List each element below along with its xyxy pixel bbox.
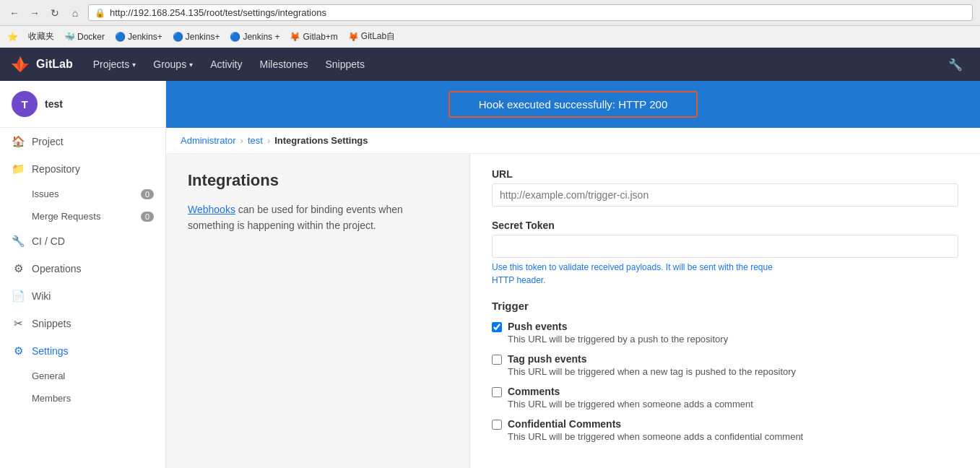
back-button[interactable]: ← [7, 6, 22, 20]
url-text: http://192.168.254.135/root/test/setting… [110, 7, 326, 18]
breadcrumb-test[interactable]: test [248, 135, 263, 146]
integrations-layout: Integrations Webhooks can be used for bi… [166, 154, 980, 468]
forward-button[interactable]: → [27, 6, 42, 20]
topnav-milestones[interactable]: Milestones [251, 48, 317, 81]
integrations-title: Integrations [188, 171, 448, 190]
comments-label[interactable]: Comments [492, 386, 958, 397]
sidebar-item-members[interactable]: Members [0, 387, 165, 410]
tag-push-events-title: Tag push events [508, 353, 586, 365]
confidential-comments-title: Confidential Comments [508, 418, 621, 430]
sidebar-item-merge-requests[interactable]: Merge Requests 0 [0, 205, 165, 228]
merge-requests-badge: 0 [141, 212, 154, 222]
bookmark-star-icon: ⭐ [7, 32, 18, 42]
comments-desc: This URL will be triggered when someone … [492, 399, 958, 410]
sidebar: T test 🏠 Project 📁 Repository Issues 0 M… [0, 81, 166, 468]
breadcrumb: Administrator › test › Integrations Sett… [166, 128, 980, 154]
topnav-wrench-icon[interactable]: 🔧 [941, 48, 970, 81]
gitlabm-icon: 🦊 [290, 32, 300, 42]
sidebar-item-cicd[interactable]: 🔧 CI / CD [0, 228, 165, 255]
confidential-comments-label[interactable]: Confidential Comments [492, 418, 958, 430]
topnav-snippets[interactable]: Snippets [316, 48, 373, 81]
project-icon: 🏠 [12, 135, 25, 148]
push-events-row: Push events This URL will be triggered b… [492, 321, 958, 344]
gitlab-logo-icon [10, 54, 30, 74]
sidebar-item-general[interactable]: General [0, 365, 165, 387]
jenkins2-icon: 🔵 [173, 32, 183, 42]
tag-push-events-label[interactable]: Tag push events [492, 353, 958, 365]
breadcrumb-current: Integrations Settings [274, 135, 368, 146]
sidebar-username: test [45, 98, 63, 110]
avatar: T [12, 91, 38, 117]
integrations-form-panel: URL Secret Token Use this token to valid… [469, 154, 980, 468]
sidebar-item-issues[interactable]: Issues 0 [0, 183, 165, 205]
secret-token-hint: Use this token to validate received payl… [492, 261, 958, 287]
push-events-desc: This URL will be triggered by a push to … [492, 334, 958, 344]
gitlab-logo[interactable]: GitLab [10, 54, 73, 74]
docker-icon: 🐳 [64, 32, 75, 42]
ssl-icon: 🔒 [95, 8, 105, 18]
sidebar-item-operations[interactable]: ⚙ Operations [0, 255, 165, 282]
breadcrumb-sep1: › [240, 135, 243, 146]
sidebar-item-settings[interactable]: ⚙ Settings [0, 337, 165, 365]
topnav-projects[interactable]: Projects ▾ [84, 48, 145, 81]
integrations-description-panel: Integrations Webhooks can be used for bi… [166, 154, 469, 468]
gitlab-logo-text: GitLab [36, 58, 73, 71]
home-button[interactable]: ⌂ [68, 6, 82, 20]
gitlabself-icon: 🦊 [348, 32, 359, 42]
bookmark-jenkins1[interactable]: 🔵 Jenkins+ [115, 32, 162, 42]
comments-title: Comments [508, 386, 560, 397]
jenkins1-icon: 🔵 [115, 32, 126, 42]
secret-token-input[interactable] [492, 235, 958, 258]
breadcrumb-sep2: › [267, 135, 270, 146]
comments-checkbox[interactable] [492, 387, 502, 397]
push-events-label[interactable]: Push events [492, 321, 958, 332]
success-notification: Hook executed successfully: HTTP 200 [166, 81, 980, 128]
sidebar-item-project[interactable]: 🏠 Project [0, 128, 165, 155]
bookmark-favorites[interactable]: 收藏夹 [28, 30, 54, 43]
settings-icon: ⚙ [12, 344, 25, 358]
bookmark-jenkins2[interactable]: 🔵 Jenkins+ [173, 32, 220, 42]
issues-badge: 0 [141, 189, 154, 199]
bookmark-jenkins3[interactable]: 🔵 Jenkins + [230, 32, 279, 42]
sidebar-item-snippets[interactable]: ✂ Snippets [0, 310, 165, 337]
confidential-comments-checkbox[interactable] [492, 420, 502, 430]
snippets-icon: ✂ [12, 317, 25, 330]
cicd-icon: 🔧 [12, 235, 25, 248]
breadcrumb-administrator[interactable]: Administrator [181, 135, 236, 146]
topnav-activity[interactable]: Activity [201, 48, 251, 81]
comments-row: Comments This URL will be triggered when… [492, 386, 958, 410]
address-bar[interactable]: 🔒 http://192.168.254.135/root/test/setti… [88, 4, 973, 21]
topnav-groups[interactable]: Groups ▾ [144, 48, 201, 81]
push-events-title: Push events [508, 321, 567, 332]
sidebar-user: T test [0, 81, 165, 128]
trigger-group: Trigger Push events This URL will be tri… [492, 300, 958, 442]
tag-push-events-checkbox[interactable] [492, 355, 502, 365]
url-group: URL [492, 168, 958, 207]
confidential-comments-row: Confidential Comments This URL will be t… [492, 418, 958, 442]
browser-bar: ← → ↻ ⌂ 🔒 http://192.168.254.135/root/te… [0, 0, 980, 26]
push-events-checkbox[interactable] [492, 322, 502, 332]
gitlab-topnav: GitLab Projects ▾ Groups ▾ Activity Mile… [0, 48, 980, 81]
success-message-text: Hook executed successfully: HTTP 200 [479, 98, 668, 110]
secret-token-label: Secret Token [492, 220, 958, 231]
jenkins3-icon: 🔵 [230, 32, 240, 42]
confidential-comments-desc: This URL will be triggered when someone … [492, 431, 958, 442]
bookmark-gitlab-m[interactable]: 🦊 Gitlab+m [290, 32, 337, 42]
url-input[interactable] [492, 183, 958, 207]
bookmark-gitlab-self[interactable]: 🦊 GitLab自 [348, 30, 395, 43]
groups-caret: ▾ [189, 61, 193, 69]
webhooks-link[interactable]: Webhooks [188, 204, 235, 215]
refresh-button[interactable]: ↻ [48, 6, 62, 20]
repository-icon: 📁 [12, 162, 25, 176]
url-label: URL [492, 168, 958, 180]
sidebar-item-repository[interactable]: 📁 Repository [0, 155, 165, 183]
success-message-box: Hook executed successfully: HTTP 200 [448, 91, 698, 118]
tag-push-events-row: Tag push events This URL will be trigger… [492, 353, 958, 377]
content-area: Hook executed successfully: HTTP 200 Adm… [166, 81, 980, 468]
operations-icon: ⚙ [12, 262, 25, 275]
tag-push-events-desc: This URL will be triggered when a new ta… [492, 366, 958, 377]
secret-token-group: Secret Token Use this token to validate … [492, 220, 958, 287]
bookmark-docker[interactable]: 🐳 Docker [64, 32, 105, 42]
projects-caret: ▾ [132, 61, 136, 69]
sidebar-item-wiki[interactable]: 📄 Wiki [0, 282, 165, 310]
